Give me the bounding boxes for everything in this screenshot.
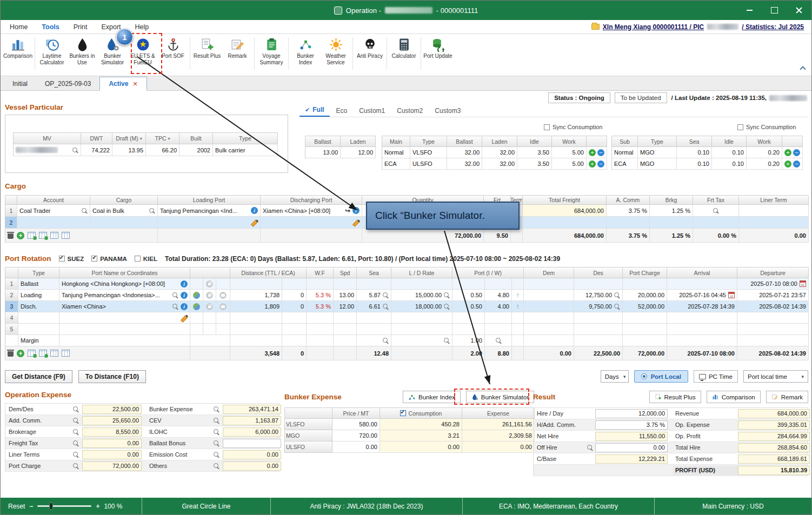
- toolbar-anti-piracy[interactable]: Anti Piracy: [355, 36, 385, 59]
- collapse-ribbon-icon[interactable]: [800, 66, 806, 72]
- search-icon[interactable]: [72, 429, 79, 435]
- zoom-slider-handle[interactable]: [49, 503, 53, 510]
- tab-active[interactable]: Active: [99, 77, 147, 91]
- to-be-updated-button[interactable]: To be Updated: [615, 92, 667, 103]
- des-cell[interactable]: 12,750.00: [574, 290, 623, 301]
- pc-time-button[interactable]: PC Time: [694, 370, 738, 383]
- search-icon[interactable]: [72, 406, 79, 412]
- add-row-icon[interactable]: [17, 350, 24, 357]
- result-value[interactable]: 0.00: [595, 443, 668, 452]
- menu-print[interactable]: Print: [66, 21, 95, 33]
- search-icon[interactable]: [587, 444, 593, 451]
- route-mode-segment[interactable]: Great Circle Line: [142, 498, 271, 514]
- add-row-icon[interactable]: [589, 160, 596, 168]
- port-name-cell[interactable]: [59, 312, 190, 324]
- quantity-cell[interactable]: [362, 205, 484, 217]
- mgo-price[interactable]: 720.00: [332, 430, 380, 442]
- leg-type[interactable]: Ballast: [18, 278, 59, 290]
- leg-type[interactable]: Disch.: [18, 301, 59, 312]
- zoom-out-icon[interactable]: −: [29, 503, 33, 510]
- vessel-name-cell[interactable]: [14, 144, 81, 156]
- menu-home[interactable]: Home: [3, 21, 35, 33]
- des-cell[interactable]: 9,750.00: [574, 301, 623, 312]
- search-icon[interactable]: [213, 463, 219, 469]
- remove-row-icon[interactable]: [793, 149, 800, 156]
- toolbar-result-plus[interactable]: Result Plus: [192, 36, 222, 59]
- search-icon[interactable]: [213, 451, 219, 458]
- search-icon[interactable]: [443, 337, 450, 344]
- remove-row-icon[interactable]: [793, 160, 800, 168]
- vessel-built[interactable]: 2002: [179, 144, 213, 156]
- expense-value[interactable]: [223, 439, 281, 448]
- edit-pencil-icon[interactable]: [181, 315, 188, 322]
- vlsfo-price[interactable]: 580.00: [332, 419, 380, 430]
- checkbox-icon[interactable]: [737, 124, 743, 130]
- ulsfo-price[interactable]: 0.00: [332, 442, 380, 453]
- add-row-icon[interactable]: [784, 160, 791, 168]
- result-value[interactable]: 12,000.00: [595, 409, 668, 418]
- row-number[interactable]: 1: [5, 278, 18, 290]
- port-name-cell[interactable]: Hongkong <China Hongkong> [+08:00]: [59, 278, 190, 290]
- tab-custom3[interactable]: Custom3: [429, 105, 466, 117]
- menu-export[interactable]: Export: [94, 21, 128, 33]
- delete-row-icon[interactable]: [8, 232, 14, 239]
- to-distance-button[interactable]: To Distance (F10): [78, 370, 146, 383]
- lock-badge-icon[interactable]: [206, 303, 213, 310]
- frt-cell[interactable]: [484, 205, 511, 217]
- sea-margin-cell[interactable]: [357, 335, 391, 346]
- discharging-port-cell[interactable]: Xiamen <China> [+08:00]: [261, 205, 362, 217]
- remark-button[interactable]: Remark: [766, 391, 808, 403]
- tab-eco[interactable]: Eco: [331, 105, 353, 117]
- bunker-index-button[interactable]: Bunker Index: [403, 391, 461, 403]
- brkg-cell[interactable]: 1.25 %: [650, 205, 693, 217]
- toolbar-bunker-index[interactable]: Bunker Index: [290, 36, 321, 65]
- sync-consumption-checkbox[interactable]: Sync Consumption: [737, 124, 796, 130]
- port-charge-cell[interactable]: 20,000.00: [623, 290, 667, 301]
- copy-row-icon[interactable]: [50, 350, 58, 357]
- checkbox-icon[interactable]: [59, 256, 65, 262]
- departure-cell[interactable]: 2025-08-02 14:39: [737, 301, 809, 312]
- leg-type[interactable]: Loading: [18, 290, 59, 301]
- frt-tax-cell[interactable]: [693, 205, 739, 217]
- search-icon[interactable]: [382, 337, 389, 344]
- search-icon[interactable]: [172, 303, 178, 310]
- port-name-cell[interactable]: Xiamen <China>: [59, 301, 190, 312]
- search-icon[interactable]: [443, 292, 450, 298]
- search-icon[interactable]: [213, 440, 219, 446]
- up-arrow-icon[interactable]: [516, 291, 520, 299]
- tab-custom1[interactable]: Custom1: [354, 105, 390, 117]
- delete-row-icon[interactable]: [8, 350, 14, 357]
- toolbar-weather-service[interactable]: Weather Service: [321, 36, 351, 65]
- reset-label[interactable]: Reset: [8, 503, 25, 510]
- info-icon[interactable]: [181, 303, 188, 310]
- bunker-simulator-button[interactable]: Bunker Simulator: [466, 391, 534, 403]
- row-number[interactable]: 2: [5, 217, 17, 229]
- remove-row-icon[interactable]: [597, 160, 604, 168]
- account-statistics-link[interactable]: XIn Meng Xiang 0000001111 / PIC / Statis…: [591, 23, 809, 31]
- zoom-in-icon[interactable]: +: [96, 503, 99, 510]
- row-number[interactable]: 1: [5, 205, 17, 217]
- suez-checkbox[interactable]: SUEZ: [59, 256, 84, 262]
- merge-row-icon[interactable]: [62, 350, 70, 357]
- camera-badge-icon[interactable]: [219, 292, 227, 299]
- comparison-button[interactable]: Comparison: [707, 391, 761, 403]
- search-icon[interactable]: [382, 303, 389, 310]
- loading-port-cell[interactable]: [158, 217, 261, 229]
- toolbar-comparison[interactable]: Comparison: [3, 36, 33, 59]
- merge-row-icon[interactable]: [62, 232, 70, 239]
- search-icon[interactable]: [495, 337, 502, 344]
- arrival-cell[interactable]: 2025-07-16 04:45: [667, 290, 737, 301]
- checkbox-icon[interactable]: [91, 256, 97, 262]
- remove-row-icon[interactable]: [597, 149, 604, 156]
- copy-row-icon[interactable]: [50, 232, 58, 239]
- col-draft[interactable]: Draft (M): [112, 133, 146, 144]
- insert-row-icon[interactable]: [28, 232, 36, 239]
- search-icon[interactable]: [72, 417, 79, 424]
- search-icon[interactable]: [72, 147, 78, 153]
- insert-row-below-icon[interactable]: [39, 350, 47, 357]
- toolbar-remark[interactable]: Remark: [222, 36, 252, 59]
- arrival-cell[interactable]: 2025-07-28 14:39: [667, 301, 737, 312]
- toolbar-calculator[interactable]: Calculator: [389, 36, 419, 59]
- get-distance-button[interactable]: Get Distance (F9): [5, 370, 72, 383]
- search-icon[interactable]: [72, 463, 79, 469]
